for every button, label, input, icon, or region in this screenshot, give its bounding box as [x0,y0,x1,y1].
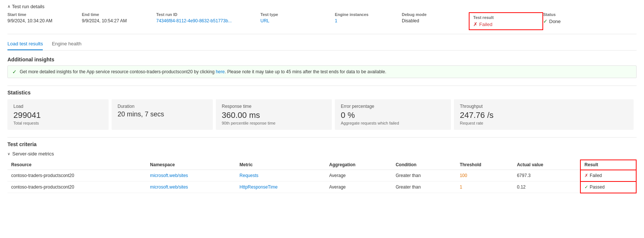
tab-bar: Load test results Engine health [7,38,637,51]
stat-card-load: Load 299041 Total requests [7,99,109,130]
title-text: Test run details [12,4,44,9]
start-time-label: Start time [7,12,74,17]
test-type-value[interactable]: URL [260,18,327,23]
criteria-table-wrapper: Resource Namespace Metric Aggregation Co… [7,160,637,193]
status-badge: ✓ Done [543,18,595,24]
insights-link[interactable]: here [216,69,225,74]
stat-error-value: 0 % [341,110,445,120]
cell-resource-1: contoso-traders-productscont20 [7,170,146,181]
server-metrics-label: Server-side metrics [12,151,54,157]
insights-message-suffix: . Please note it may take up to 45 mins … [225,69,386,74]
start-time-col: Start time 9/9/2024, 10:34:20 AM [7,12,82,30]
insights-title: Additional insights [7,57,637,62]
cell-namespace-1[interactable]: microsoft.web/sites [146,170,236,181]
engine-instances-value[interactable]: 1 [335,18,394,23]
test-run-id-value[interactable]: 74346f84-8112-4e90-8632-b51773b... [156,18,253,23]
insights-message: Get more detailed insights for the App s… [20,69,386,74]
cell-namespace-2[interactable]: microsoft.web/sites [146,181,236,193]
result-passed-icon: ✓ [584,184,588,190]
stat-card-throughput: Throughput 247.76 /s Request rate [454,99,634,130]
cell-threshold-1: 100 [456,170,513,181]
insights-section: Additional insights ✓ Get more detailed … [7,57,637,78]
stat-error-label: Error percentage [341,104,445,109]
stat-card-response: Response time 360.00 ms 90th percentile … [216,99,332,130]
server-metrics-chevron[interactable]: ∨ [7,152,10,156]
col-header-aggregation: Aggregation [326,160,392,170]
metadata-grid: Start time 9/9/2024, 10:34:20 AM End tim… [7,12,637,34]
cell-condition-2: Greater than [392,181,456,193]
test-type-col: Test type URL [260,12,335,30]
collapse-icon[interactable]: ∧ [7,4,10,9]
debug-mode-label: Debug mode [402,12,461,17]
stat-throughput-value: 247.76 /s [460,110,628,120]
tab-engine-health[interactable]: Engine health [52,38,81,50]
test-result-value: Failed [479,22,492,27]
stat-response-value: 360.00 ms [222,110,326,120]
page-title: ∧ Test run details [7,4,637,9]
insights-banner: ✓ Get more detailed insights for the App… [7,65,637,78]
tab-label-engine: Engine health [52,41,81,46]
stat-throughput-label: Throughput [460,104,628,109]
status-col: Status ✓ Done [543,12,603,30]
stat-card-duration: Duration 20 mins, 7 secs [112,99,213,130]
end-time-col: End time 9/9/2024, 10:54:27 AM [82,12,156,30]
stat-load-value: 299041 [13,110,103,120]
criteria-title: Test criteria [7,141,637,147]
server-metrics-header: ∨ Server-side metrics [7,151,637,157]
engine-instances-col: Engine instances 1 [335,12,402,30]
test-type-label: Test type [260,12,327,17]
col-header-result: Result [580,160,636,170]
insights-check-icon: ✓ [12,69,17,75]
cell-resource-2: contoso-traders-productscont20 [7,181,146,193]
stat-duration-value: 20 mins, 7 secs [118,110,207,118]
col-header-resource: Resource [7,160,146,170]
stat-duration-label: Duration [118,104,207,109]
divider-1 [7,86,637,86]
statistics-title: Statistics [7,90,637,96]
criteria-table: Resource Namespace Metric Aggregation Co… [7,160,637,193]
cell-threshold-2: 1 [456,181,513,193]
criteria-section: Test criteria ∨ Server-side metrics Reso… [7,141,637,193]
cell-metric-2[interactable]: HttpResponseTime [236,181,326,193]
stat-throughput-sublabel: Request rate [460,121,628,125]
stat-load-label: Load [13,104,103,109]
test-result-label: Test result [473,15,539,20]
stat-card-error: Error percentage 0 % Aggregate requests … [335,99,451,130]
tab-load-test-results[interactable]: Load test results [7,38,43,50]
tab-label-load: Load test results [7,41,43,46]
stats-grid: Load 299041 Total requests Duration 20 m… [7,99,637,130]
result-passed-label: Passed [590,184,605,190]
test-run-id-label: Test run ID [156,12,253,17]
table-row: contoso-traders-productscont20 microsoft… [7,170,636,181]
col-header-metric: Metric [236,160,326,170]
test-result-col: Test result ✗ Failed [469,12,543,30]
stat-load-sublabel: Total requests [13,121,103,125]
cell-aggregation-1: Average [326,170,392,181]
statistics-section: Statistics Load 299041 Total requests Du… [7,90,637,130]
failed-icon: ✗ [473,21,478,27]
status-label: Status [543,12,595,17]
col-header-actual-value: Actual value [513,160,580,170]
table-header-row: Resource Namespace Metric Aggregation Co… [7,160,636,170]
cell-actual-2: 0.12 [513,181,580,193]
end-time-label: End time [82,12,149,17]
insights-message-text: Get more detailed insights for the App s… [20,69,216,74]
cell-condition-1: Greater than [392,170,456,181]
status-value: Done [549,19,561,24]
debug-mode-value: Disabled [402,18,461,23]
end-time-value: 9/9/2024, 10:54:27 AM [82,18,149,23]
col-header-condition: Condition [392,160,456,170]
divider-2 [7,137,637,138]
result-failed-icon: ✗ [584,173,588,178]
result-passed-badge: ✓ Passed [584,184,632,190]
cell-aggregation-2: Average [326,181,392,193]
cell-metric-1[interactable]: Requests [236,170,326,181]
done-icon: ✓ [543,18,548,24]
engine-instances-label: Engine instances [335,12,394,17]
table-row: contoso-traders-productscont20 microsoft… [7,181,636,193]
test-result-badge: ✗ Failed [473,21,539,27]
debug-mode-col: Debug mode Disabled [402,12,469,30]
col-header-threshold: Threshold [456,160,513,170]
col-header-namespace: Namespace [146,160,236,170]
start-time-value: 9/9/2024, 10:34:20 AM [7,18,74,23]
